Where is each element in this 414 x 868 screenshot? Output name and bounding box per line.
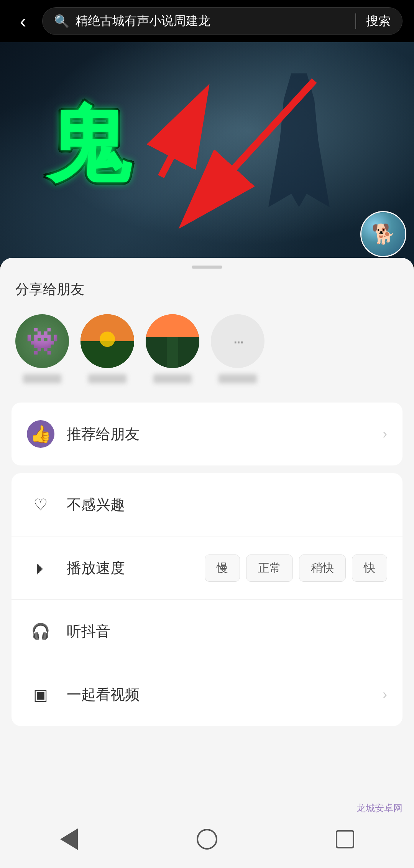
listen-icon: 🎧	[27, 617, 54, 645]
nav-back-button[interactable]	[54, 824, 84, 855]
recommend-label: 推荐给朋友	[67, 424, 370, 444]
monster-avatar-image: 👾	[15, 314, 69, 368]
friend-avatar-2	[80, 314, 134, 368]
more-friends-avatar: ···	[211, 314, 264, 368]
friend-name-3	[153, 374, 192, 383]
recommend-item[interactable]: 👍 推荐给朋友 ›	[12, 403, 402, 465]
friend-item-more[interactable]: ···	[211, 314, 264, 383]
friends-row: 👾	[0, 310, 414, 395]
speed-slightly-fast-button[interactable]: 稍快	[299, 554, 346, 582]
friend-avatar-1: 👾	[15, 314, 69, 368]
nav-home-button[interactable]	[192, 824, 222, 855]
friend-item-2[interactable]	[80, 314, 134, 383]
recommend-icon: 👍	[27, 420, 54, 448]
recommend-section: 👍 推荐给朋友 ›	[12, 403, 402, 465]
playback-speed-label: 播放速度	[67, 558, 192, 578]
more-friends-label	[219, 374, 257, 383]
avatar-image: 🐕	[361, 212, 405, 256]
watch-together-icon: ▣	[27, 681, 54, 708]
speed-options: 慢 正常 稍快 快	[205, 554, 387, 582]
ghost-character: 鬼	[46, 88, 130, 202]
nav-home-icon	[197, 829, 217, 850]
bottom-navigation	[0, 818, 414, 868]
speed-normal-button[interactable]: 正常	[246, 554, 293, 582]
options-section: ♡ 不感兴趣 ⏵ 播放速度 慢 正常 稍快 快 🎧 听抖音	[12, 473, 402, 726]
nav-recent-icon	[336, 830, 354, 848]
nav-back-icon	[60, 828, 78, 850]
not-interested-item[interactable]: ♡ 不感兴趣	[12, 473, 402, 536]
speed-fast-button[interactable]: 快	[352, 554, 387, 582]
svg-rect-9	[167, 337, 178, 368]
friend-name-1	[23, 374, 61, 383]
back-button[interactable]: ‹	[12, 10, 34, 33]
back-arrow-icon: ‹	[20, 12, 26, 31]
friend-avatar-3	[146, 314, 199, 368]
search-bar[interactable]: 🔍 精绝古城有声小说周建龙 搜索	[42, 7, 402, 35]
speed-slow-button[interactable]: 慢	[205, 554, 240, 582]
recommend-chevron-icon: ›	[383, 426, 387, 442]
watch-together-label: 一起看视频	[67, 685, 370, 705]
playback-speed-item: ⏵ 播放速度 慢 正常 稍快 快	[12, 536, 402, 600]
listen-label: 听抖音	[67, 622, 387, 641]
sheet-title: 分享给朋友	[0, 280, 414, 310]
friend-item-3[interactable]	[146, 314, 199, 383]
road-avatar-image	[146, 314, 199, 368]
svg-point-6	[100, 332, 115, 347]
search-divider	[355, 13, 356, 29]
video-area: 鬼 🐕	[0, 42, 414, 265]
watermark: 龙城安卓网	[356, 802, 402, 814]
playback-speed-icon: ⏵	[27, 554, 54, 582]
not-interested-icon: ♡	[27, 491, 54, 518]
watch-together-chevron-icon: ›	[383, 686, 387, 703]
svg-rect-7	[146, 314, 199, 337]
sheet-handle	[192, 266, 222, 269]
top-bar: ‹ 🔍 精绝古城有声小说周建龙 搜索	[0, 0, 414, 42]
search-icon: 🔍	[54, 14, 69, 28]
friend-item-1[interactable]: 👾	[15, 314, 69, 383]
nav-recent-button[interactable]	[330, 824, 360, 855]
not-interested-label: 不感兴趣	[67, 495, 387, 515]
bottom-sheet: 分享给朋友 👾	[0, 258, 414, 868]
search-submit-button[interactable]: 搜索	[366, 13, 391, 30]
listen-douyin-item[interactable]: 🎧 听抖音	[12, 600, 402, 663]
sunset-avatar-image	[80, 314, 134, 368]
friend-name-2	[88, 374, 127, 383]
watch-together-item[interactable]: ▣ 一起看视频 ›	[12, 663, 402, 726]
search-query-text: 精绝古城有声小说周建龙	[76, 13, 345, 30]
video-user-avatar[interactable]: 🐕	[360, 211, 406, 257]
